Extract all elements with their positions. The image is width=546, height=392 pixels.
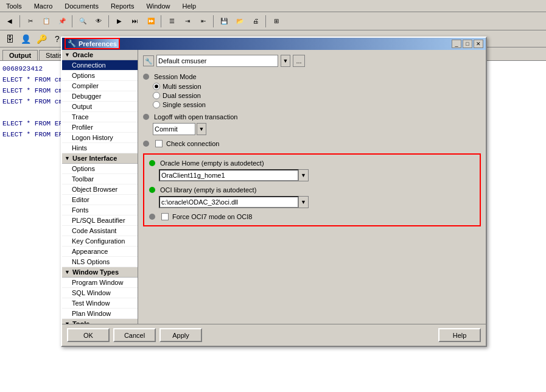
sep-1 xyxy=(19,15,21,27)
search-btn[interactable]: 🔍 xyxy=(75,15,90,28)
play-btn[interactable]: ▶ xyxy=(112,15,127,28)
key-icon[interactable]: 🔑 xyxy=(34,32,49,46)
profile-more-btn[interactable]: ... xyxy=(293,55,305,67)
oracle-group[interactable]: ▼ Oracle xyxy=(62,50,138,60)
apply-button[interactable]: Apply xyxy=(159,328,202,342)
ok-button[interactable]: OK xyxy=(67,328,110,342)
help-button[interactable]: Help xyxy=(438,328,481,342)
tree-hints[interactable]: Hints xyxy=(62,143,138,153)
tree-connection[interactable]: Connection xyxy=(62,60,138,71)
left-btn-group: OK Cancel Apply xyxy=(67,328,202,342)
window-group[interactable]: ▼ Window Types xyxy=(62,267,138,278)
oci-dot xyxy=(149,187,155,193)
force-oci7-checkbox[interactable] xyxy=(161,213,169,220)
force-oci7-row: Force OCI7 mode on OCI8 xyxy=(149,213,475,220)
close-btn[interactable]: ✕ xyxy=(474,40,483,48)
commit-dropdown[interactable]: Commit xyxy=(153,123,195,135)
tree-plan-window[interactable]: Plan Window xyxy=(62,309,138,319)
menu-window[interactable]: Window xyxy=(142,1,173,11)
profile-icon: 🔧 xyxy=(143,55,154,66)
step-btn[interactable]: ⏭ xyxy=(128,15,142,28)
tree-appearance[interactable]: Appearance xyxy=(62,247,138,257)
oracle-home-arrow[interactable]: ▼ xyxy=(299,169,309,181)
oracle-home-input[interactable]: OraClient11g_home1 xyxy=(159,169,299,181)
save-btn[interactable]: 💾 xyxy=(217,15,231,28)
oci-library-section: OCI library (empty is autodetect) c:\ora… xyxy=(149,186,475,208)
user-icon[interactable]: 👤 xyxy=(18,32,33,46)
tree-logon-history[interactable]: Logon History xyxy=(62,133,138,143)
minimize-btn[interactable]: _ xyxy=(452,40,461,48)
tree-options[interactable]: Options xyxy=(62,71,138,81)
outdent-btn[interactable]: ⇤ xyxy=(196,15,211,28)
tree-ui-options[interactable]: Options xyxy=(62,164,138,174)
dialog-controls: _ □ ✕ xyxy=(452,40,483,48)
menu-help[interactable]: Help xyxy=(179,1,200,11)
sep-4 xyxy=(161,15,162,27)
tree-sql-window[interactable]: SQL Window xyxy=(62,288,138,298)
right-btn-group: Help xyxy=(438,328,481,342)
tree-code-assistant[interactable]: Code Assistant xyxy=(62,226,138,236)
check-connection-row: Check connection xyxy=(143,140,481,147)
preferences-dialog: 🔧 Preferences _ □ ✕ ▼ Oracle Connection … xyxy=(61,37,487,347)
tree-program-window[interactable]: Program Window xyxy=(62,278,138,288)
step2-btn[interactable]: ⏩ xyxy=(144,15,158,28)
toolbar-1: ◀ ✂ 📋 📌 🔍 👁 ▶ ⏭ ⏩ ☰ ⇥ ⇤ 💾 📂 🖨 ⊞ xyxy=(0,12,546,30)
sep-3 xyxy=(108,15,110,27)
tree-compiler[interactable]: Compiler xyxy=(62,81,138,91)
format-btn[interactable]: ☰ xyxy=(164,15,179,28)
grid-btn[interactable]: ⊞ xyxy=(269,15,284,28)
back-btn[interactable]: ◀ xyxy=(2,15,17,28)
cancel-button[interactable]: Cancel xyxy=(113,328,156,342)
tab-output[interactable]: Output xyxy=(2,50,38,60)
oci-arrow[interactable]: ▼ xyxy=(299,196,309,208)
tree-trace[interactable]: Trace xyxy=(62,112,138,122)
session-dot xyxy=(143,74,149,80)
tree-output[interactable]: Output xyxy=(62,102,138,112)
tree-toolbar[interactable]: Toolbar xyxy=(62,174,138,184)
oci-input-row: c:\oracle\ODAC_32\oci.dll ▼ xyxy=(159,196,475,208)
menu-reports[interactable]: Reports xyxy=(107,1,138,11)
sep-2 xyxy=(72,15,73,27)
radio-multi[interactable]: Multi session xyxy=(153,83,481,90)
profile-dropdown-arrow[interactable]: ▼ xyxy=(281,55,290,67)
oci-indicator: OCI library (empty is autodetect) xyxy=(149,186,475,194)
menu-documents[interactable]: Documents xyxy=(61,1,102,11)
radio-single-btn[interactable] xyxy=(153,101,160,108)
radio-single[interactable]: Single session xyxy=(153,101,481,108)
browse-btn[interactable]: 👁 xyxy=(91,15,106,28)
profile-dropdown[interactable]: Default cmsuser xyxy=(156,55,278,67)
tree-editor[interactable]: Editor xyxy=(62,195,138,205)
tools-group[interactable]: ▼ Tools xyxy=(62,319,138,324)
tree-nls-options[interactable]: NLS Options xyxy=(62,257,138,267)
maximize-btn[interactable]: □ xyxy=(463,40,472,48)
tree-test-window[interactable]: Test Window xyxy=(62,298,138,309)
radio-dual[interactable]: Dual session xyxy=(153,92,481,99)
tree-object-browser[interactable]: Object Browser xyxy=(62,184,138,195)
copy-btn[interactable]: 📋 xyxy=(39,15,54,28)
tree-fonts[interactable]: Fonts xyxy=(62,205,138,215)
menu-macro[interactable]: Macro xyxy=(30,1,57,11)
tree-profiler[interactable]: Profiler xyxy=(62,122,138,133)
logoff-dot xyxy=(143,114,149,120)
logoff-indicator: Logoff with open transaction xyxy=(143,113,481,121)
tree-panel: ▼ Oracle Connection Options Compiler Deb… xyxy=(62,50,138,324)
paste-btn[interactable]: 📌 xyxy=(55,15,69,28)
radio-dual-btn[interactable] xyxy=(153,92,160,99)
tree-debugger[interactable]: Debugger xyxy=(62,91,138,102)
tools-arrow: ▼ xyxy=(65,321,70,324)
tree-key-config[interactable]: Key Configuration xyxy=(62,236,138,247)
radio-multi-btn[interactable] xyxy=(153,83,160,90)
menu-tools[interactable]: Tools xyxy=(2,1,26,11)
tree-plsql-beautifier[interactable]: PL/SQL Beautifier xyxy=(62,215,138,226)
oci-input[interactable]: c:\oracle\ODAC_32\oci.dll xyxy=(159,196,299,208)
print-btn[interactable]: 🖨 xyxy=(248,15,263,28)
db-icon[interactable]: 🗄 xyxy=(2,32,17,46)
open-btn[interactable]: 📂 xyxy=(233,15,247,28)
oracle-home-indicator: Oracle Home (empty is autodetect) xyxy=(149,159,475,167)
session-radio-group: Multi session Dual session Single sessio… xyxy=(153,83,481,108)
commit-arrow[interactable]: ▼ xyxy=(197,123,206,135)
check-connection-checkbox[interactable] xyxy=(155,140,163,147)
cut-btn[interactable]: ✂ xyxy=(23,15,38,28)
indent-btn[interactable]: ⇥ xyxy=(180,15,195,28)
ui-group[interactable]: ▼ User Interface xyxy=(62,153,138,164)
